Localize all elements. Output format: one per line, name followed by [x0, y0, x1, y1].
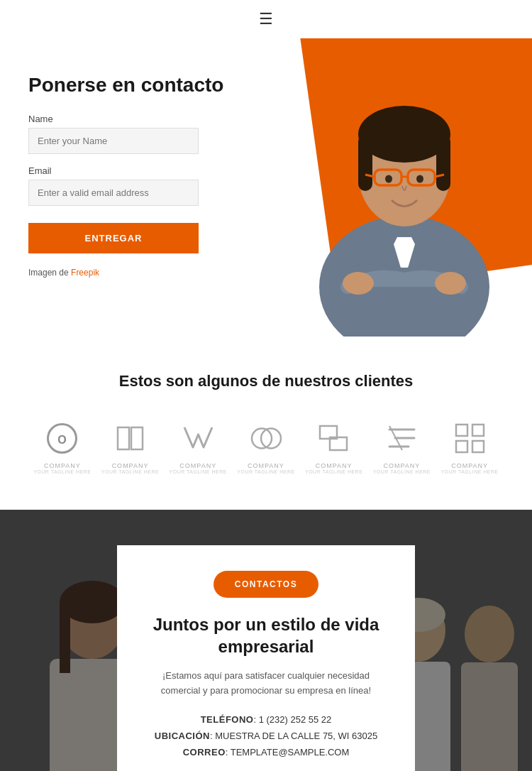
contact-button[interactable]: CONTACTOS	[214, 571, 318, 598]
contact-card: CONTACTOS Juntos por un estilo de vida e…	[117, 545, 415, 771]
hero-image-area	[227, 38, 532, 337]
hero-section: Ponerse en contacto Name Email ENTREGAR …	[0, 38, 532, 337]
list-item: COMPANY YOUR TAGLINE HERE	[436, 419, 504, 474]
email-label: Email	[28, 165, 255, 176]
list-item: COMPANY YOUR TAGLINE HERE	[96, 419, 164, 474]
location-label: UBICACIÓN	[155, 731, 210, 741]
logo-name: COMPANY	[112, 462, 149, 469]
logo-sub: YOUR TAGLINE HERE	[170, 469, 227, 474]
svg-text:O: O	[58, 434, 67, 446]
logo-name: COMPANY	[316, 462, 353, 469]
freepik-link[interactable]: Freepik	[71, 268, 99, 278]
logo-name: COMPANY	[248, 462, 284, 469]
submit-button[interactable]: ENTREGAR	[28, 223, 199, 253]
email-info: CORREO: TEMPLATE@SAMPLE.COM	[145, 747, 387, 758]
logo-name: COMPANY	[44, 462, 81, 469]
name-label: Name	[28, 114, 255, 124]
svg-rect-30	[472, 441, 484, 452]
clients-logos: O COMPANY YOUR TAGLINE HERE COMPANY YOUR…	[28, 419, 504, 474]
svg-rect-28	[472, 425, 484, 436]
logo-name: COMPANY	[451, 462, 488, 469]
logo-sub: YOUR TAGLINE HERE	[440, 469, 498, 474]
list-item: COMPANY YOUR TAGLINE HERE	[165, 419, 232, 474]
email-form-group: Email	[28, 165, 255, 206]
name-form-group: Name	[28, 114, 255, 154]
list-item: COMPANY YOUR TAGLINE HERE	[232, 419, 299, 474]
email-value: : TEMPLATE@SAMPLE.COM	[226, 747, 350, 758]
logo-sub: YOUR TAGLINE HERE	[373, 469, 431, 474]
contact-card-title: Juntos por un estilo de vida empresarial	[145, 613, 387, 657]
clients-section: Estos son algunos de nuestros clientes O…	[0, 337, 532, 510]
hamburger-icon[interactable]: ☰	[259, 10, 273, 28]
email-label: CORREO	[183, 747, 226, 758]
phone-info: TELÉFONO: 1 (232) 252 55 22	[145, 714, 387, 725]
list-item: COMPANY YOUR TAGLINE HERE	[300, 419, 367, 474]
svg-point-14	[435, 272, 466, 295]
phone-label: TELÉFONO	[201, 714, 254, 725]
navbar: ☰	[0, 0, 532, 38]
location-info: UBICACIÓN: MUESTRA DE LA CALLE 75, WI 63…	[145, 731, 387, 741]
logo-sub: YOUR TAGLINE HERE	[101, 469, 159, 474]
hero-title: Ponerse en contacto	[28, 74, 255, 97]
svg-rect-27	[456, 425, 467, 436]
location-value: : MUESTRA DE LA CALLE 75, WI 63025	[210, 731, 377, 741]
svg-point-13	[343, 272, 374, 295]
phone-value: : 1 (232) 252 55 22	[253, 714, 331, 725]
clients-title: Estos son algunos de nuestros clientes	[28, 372, 504, 390]
logo-sub: YOUR TAGLINE HERE	[237, 469, 294, 474]
email-input[interactable]	[28, 180, 199, 206]
svg-point-12	[416, 175, 423, 183]
name-input[interactable]	[28, 128, 199, 154]
svg-rect-18	[131, 427, 143, 449]
svg-rect-5	[436, 134, 450, 191]
logo-sub: YOUR TAGLINE HERE	[33, 469, 91, 474]
hero-person-image	[277, 53, 532, 337]
list-item: COMPANY YOUR TAGLINE HERE	[368, 419, 436, 474]
svg-point-11	[385, 175, 392, 183]
logo-name: COMPANY	[179, 462, 216, 469]
svg-rect-4	[358, 134, 372, 191]
contact-card-description: ¡Estamos aquí para satisfacer cualquier …	[145, 669, 387, 699]
freepik-credit: Imagen de Freepik	[28, 268, 255, 278]
logo-name: COMPANY	[383, 462, 420, 469]
hero-form: Ponerse en contacto Name Email ENTREGAR …	[28, 60, 255, 308]
svg-rect-17	[118, 427, 129, 449]
svg-rect-29	[456, 441, 467, 452]
contact-banner-section: CONTACTOS Juntos por un estilo de vida e…	[0, 510, 532, 771]
logo-sub: YOUR TAGLINE HERE	[305, 469, 362, 474]
list-item: O COMPANY YOUR TAGLINE HERE	[28, 419, 96, 474]
